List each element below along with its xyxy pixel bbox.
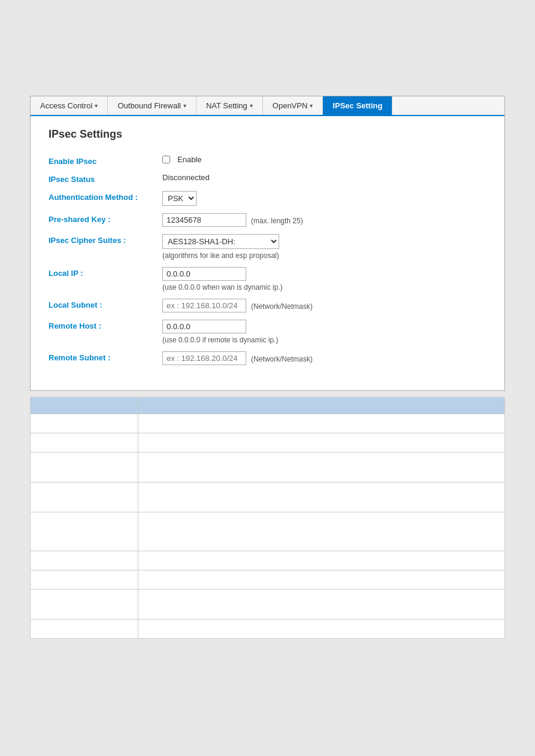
- remote-subnet-note: (Network/Netmask): [251, 355, 313, 363]
- page-title: IPsec Settings: [49, 128, 486, 141]
- label-psk: Pre-shared Key :: [49, 213, 162, 224]
- form-row-enable: Enable IPsec Enable: [49, 155, 486, 166]
- tab-access-control[interactable]: Access Control ▾: [31, 96, 108, 115]
- remote-host-note: (use 0.0.0.0 if remote is dynamic ip.): [162, 336, 278, 344]
- tab-ipsec-setting[interactable]: IPSec Setting: [323, 96, 392, 115]
- ipsec-status-value: Disconnected: [162, 173, 210, 182]
- control-psk: 12345678 (max. length 25): [162, 213, 303, 227]
- control-local-ip: 0.0.0.0 (use 0.0.0.0 when wan is dynamic…: [162, 267, 283, 292]
- tab-outbound-firewall[interactable]: Outbound Firewall ▾: [108, 96, 197, 115]
- psk-input[interactable]: 12345678: [162, 213, 246, 227]
- form-row-cipher: IPsec Cipher Suites : AES128-SHA1-DH: (a…: [49, 234, 486, 260]
- lower-table: [30, 397, 505, 639]
- label-enable-ipsec: Enable IPsec: [49, 155, 162, 166]
- tab-nat-setting-label: NAT Setting: [206, 101, 247, 110]
- tab-access-control-arrow: ▾: [95, 102, 98, 109]
- remote-host-input[interactable]: 0.0.0.0: [162, 320, 246, 333]
- header-col-value: [138, 397, 505, 414]
- control-local-subnet: (Network/Netmask): [162, 299, 313, 312]
- tab-openvpn-arrow: ▾: [310, 102, 313, 109]
- local-subnet-note: (Network/Netmask): [251, 302, 313, 311]
- enable-ipsec-checkbox-label: Enable: [177, 155, 201, 164]
- control-enable-ipsec: Enable: [162, 155, 201, 164]
- table-row: [31, 512, 505, 551]
- tab-ipsec-setting-label: IPSec Setting: [333, 101, 382, 110]
- table-row: [31, 482, 505, 512]
- table-row: [31, 620, 505, 639]
- tab-outbound-firewall-label: Outbound Firewall: [117, 101, 181, 110]
- local-subnet-input[interactable]: [162, 299, 246, 312]
- table-row: [31, 453, 505, 482]
- main-panel: Access Control ▾ Outbound Firewall ▾ NAT…: [30, 96, 505, 391]
- control-remote-subnet: (Network/Netmask): [162, 351, 313, 365]
- label-ipsec-status: IPsec Status: [49, 173, 162, 184]
- table-row-header: [31, 397, 505, 414]
- control-cipher-suites: AES128-SHA1-DH: (algorithms for ike and …: [162, 234, 279, 260]
- remote-subnet-input[interactable]: [162, 351, 246, 365]
- enable-ipsec-checkbox[interactable]: [162, 156, 170, 163]
- form-row-status: IPsec Status Disconnected: [49, 173, 486, 184]
- psk-note: (max. length 25): [251, 217, 303, 225]
- tab-nat-setting-arrow: ▾: [250, 102, 253, 109]
- form-row-auth-method: Authentication Method : PSK: [49, 191, 486, 206]
- form-row-local-subnet: Local Subnet : (Network/Netmask): [49, 299, 486, 312]
- control-ipsec-status: Disconnected: [162, 173, 210, 182]
- form-row-local-ip: Local IP : 0.0.0.0 (use 0.0.0.0 when wan…: [49, 267, 486, 292]
- auth-method-select[interactable]: PSK: [162, 191, 197, 206]
- label-auth-method: Authentication Method :: [49, 191, 162, 202]
- table-row: [31, 590, 505, 620]
- tab-openvpn[interactable]: OpenVPN ▾: [263, 96, 324, 115]
- tab-openvpn-label: OpenVPN: [273, 101, 308, 110]
- local-ip-input[interactable]: 0.0.0.0: [162, 267, 246, 281]
- control-remote-host: 0.0.0.0 (use 0.0.0.0 if remote is dynami…: [162, 320, 278, 344]
- tab-access-control-label: Access Control: [40, 101, 92, 110]
- label-cipher-suites: IPsec Cipher Suites :: [49, 234, 162, 245]
- tab-nat-setting[interactable]: NAT Setting ▾: [197, 96, 263, 115]
- control-auth-method: PSK: [162, 191, 197, 206]
- label-remote-subnet: Remote Subnet :: [49, 351, 162, 362]
- cipher-suites-note: (algorithms for ike and esp proposal): [162, 251, 279, 260]
- form-row-psk: Pre-shared Key : 12345678 (max. length 2…: [49, 213, 486, 227]
- local-ip-note: (use 0.0.0.0 when wan is dynamic ip.): [162, 283, 283, 292]
- page-wrapper: Access Control ▾ Outbound Firewall ▾ NAT…: [0, 0, 535, 756]
- form-row-remote-subnet: Remote Subnet : (Network/Netmask): [49, 351, 486, 365]
- table-row: [31, 551, 505, 570]
- tab-outbound-firewall-arrow: ▾: [183, 102, 186, 109]
- form-row-remote-host: Remote Host : 0.0.0.0 (use 0.0.0.0 if re…: [49, 320, 486, 344]
- table-row: [31, 433, 505, 453]
- table-row: [31, 414, 505, 433]
- label-remote-host: Remote Host :: [49, 320, 162, 330]
- content-area: IPsec Settings Enable IPsec Enable IPsec…: [31, 116, 504, 390]
- label-local-subnet: Local Subnet :: [49, 299, 162, 309]
- label-local-ip: Local IP :: [49, 267, 162, 278]
- header-col-label: [31, 397, 138, 414]
- table-row: [31, 570, 505, 590]
- tab-bar: Access Control ▾ Outbound Firewall ▾ NAT…: [31, 96, 504, 116]
- cipher-suites-select[interactable]: AES128-SHA1-DH:: [162, 234, 279, 249]
